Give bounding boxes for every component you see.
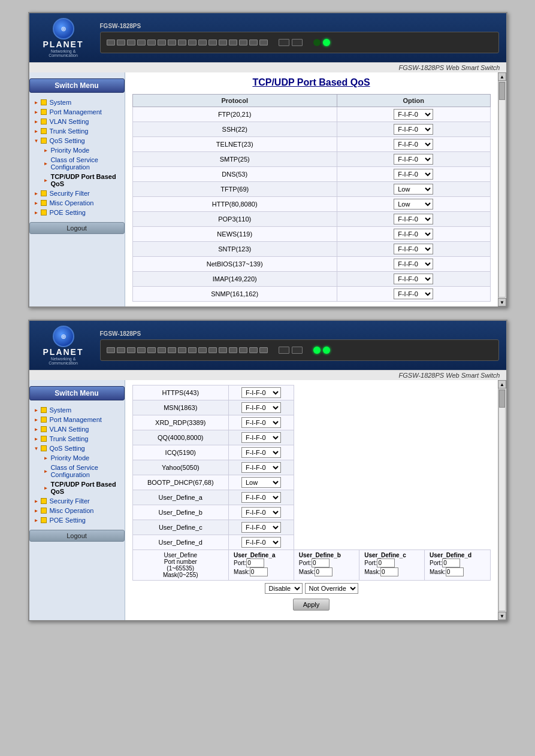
sidebar-item-security[interactable]: ► Security Filter (32, 189, 122, 198)
protocol-top-4-select[interactable]: F-I-F-0LowNormalMediumHigh (394, 169, 433, 180)
port-b-7 (168, 347, 176, 353)
sidebar-item-poe[interactable]: ► POE Setting (32, 208, 122, 217)
protocol-bot-1-select[interactable]: F-I-F-0LowNormalMediumHigh (241, 402, 281, 413)
option-cell[interactable]: F-I-F-0LowNormalMediumHigh (337, 227, 490, 242)
user-define-port-2[interactable] (377, 558, 395, 567)
option-cell[interactable]: F-I-F-0LowNormalMediumHigh (229, 430, 294, 445)
protocol-bot-5-select[interactable]: F-I-F-0LowNormalMediumHigh (241, 462, 281, 473)
protocol-top-1-select[interactable]: F-I-F-0LowNormalMediumHigh (394, 124, 433, 135)
logout-btn-top[interactable]: Logout (29, 222, 125, 234)
scroll-down-btn-b[interactable]: ▼ (498, 612, 506, 620)
port-b-2 (117, 347, 125, 353)
option-cell[interactable]: F-I-F-0LowNormalMediumHigh (337, 107, 490, 122)
protocol-bot-2-select[interactable]: F-I-F-0LowNormalMediumHigh (241, 417, 281, 428)
user-define-mask-1[interactable] (315, 567, 333, 576)
user-define-mask-0[interactable] (250, 567, 268, 576)
option-cell[interactable]: F-I-F-0LowNormalMediumHigh (337, 182, 490, 197)
sidebar-b-tcpudp[interactable]: ► TCP/UDP Port Based QoS (32, 479, 122, 496)
option-cell[interactable]: F-I-F-0LowNormalMediumHigh (337, 197, 490, 212)
protocol-top-2-select[interactable]: F-I-F-0LowNormalMediumHigh (394, 139, 433, 150)
option-cell[interactable]: F-I-F-0LowNormalMediumHigh (229, 535, 294, 550)
sidebar-b-poe[interactable]: ► POE Setting (32, 515, 122, 525)
user-define-port-1[interactable] (312, 558, 330, 567)
sidebar-item-qos[interactable]: ▼ QoS Setting (32, 136, 122, 145)
sidebar-b-port-mgmt[interactable]: ► Port Management (32, 415, 122, 424)
sidebar-item-vlan[interactable]: ► VLAN Setting (32, 117, 122, 126)
sidebar-item-trunk[interactable]: ► Trunk Setting (32, 126, 122, 136)
option-cell[interactable]: F-I-F-0LowNormalMediumHigh (229, 520, 294, 535)
user-define-mask-2[interactable] (380, 567, 398, 576)
port-b-12 (219, 347, 227, 353)
option-cell[interactable]: F-I-F-0LowNormalMediumHigh (337, 212, 490, 227)
option-cell[interactable]: F-I-F-0LowNormalMediumHigh (229, 400, 294, 415)
protocol-bot-0-select[interactable]: F-I-F-0LowNormalMediumHigh (241, 387, 281, 398)
protocol-name: TFTP(69) (132, 182, 337, 197)
sidebar-b-system[interactable]: ► System (32, 405, 122, 415)
logout-btn-bottom[interactable]: Logout (29, 530, 125, 542)
protocol-bot-4-select[interactable]: F-I-F-0LowNormalMediumHigh (241, 447, 281, 458)
protocol-top-0-select[interactable]: F-I-F-0LowNormalMediumHigh (394, 109, 433, 120)
option-cell[interactable]: F-I-F-0LowNormalMediumHigh (229, 460, 294, 475)
sidebar-subitem-priority[interactable]: ► Priority Mode (32, 145, 122, 155)
sidebar-b-cos[interactable]: ► Class of Service Configuration (32, 463, 122, 479)
sidebar-b-qos[interactable]: ▼ QoS Setting (32, 444, 122, 453)
folder-icon-b-vlan (41, 426, 47, 432)
protocol-top-10-select[interactable]: F-I-F-0LowNormalMediumHigh (394, 259, 433, 269)
sidebar-b-vlan[interactable]: ► VLAN Setting (32, 424, 122, 434)
option-cell[interactable]: F-I-F-0LowNormalMediumHigh (337, 122, 490, 137)
protocol-top-7-select[interactable]: F-I-F-0LowNormalMediumHigh (394, 214, 433, 224)
user-define-port-0[interactable] (246, 558, 264, 567)
user-define-port-3[interactable] (442, 558, 460, 567)
sidebar-b-priority[interactable]: ► Priority Mode (32, 453, 122, 463)
option-cell[interactable]: F-I-F-0LowNormalMediumHigh (229, 445, 294, 460)
scroll-up-btn-b[interactable]: ▲ (498, 380, 506, 388)
sub-arrow-icon: ► (44, 485, 49, 491)
sidebar-b-security[interactable]: ► Security Filter (32, 496, 122, 506)
protocol-top-11-select[interactable]: F-I-F-0LowNormalMediumHigh (394, 274, 433, 284)
sidebar-subitem-cos[interactable]: ► Class of Service Configuration (32, 155, 122, 172)
option-cell[interactable]: F-I-F-0LowNormalMediumHigh (229, 490, 294, 505)
not-override-select[interactable]: Not Override Override (305, 583, 358, 594)
protocol-bot-8-select[interactable]: F-I-F-0LowNormalMediumHigh (241, 507, 281, 518)
option-cell[interactable]: F-I-F-0LowNormalMediumHigh (229, 505, 294, 520)
option-cell[interactable]: F-I-F-0LowNormalMediumHigh (229, 415, 294, 430)
protocol-bot-9-select[interactable]: F-I-F-0LowNormalMediumHigh (241, 522, 281, 533)
protocol-bot-6-select[interactable]: F-I-F-0LowNormalMediumHigh (241, 477, 281, 488)
option-cell[interactable]: F-I-F-0LowNormalMediumHigh (337, 272, 490, 287)
option-cell[interactable]: F-I-F-0LowNormalMediumHigh (337, 137, 490, 152)
sidebar-item-port-mgmt[interactable]: ► Port Management (32, 107, 122, 117)
sidebar-sublabel-cos: Class of Service Configuration (50, 156, 119, 171)
protocol-top-5-select[interactable]: F-I-F-0LowNormalMediumHigh (394, 184, 433, 195)
scroll-up-btn[interactable]: ▲ (498, 72, 506, 81)
option-cell[interactable]: F-I-F-0LowNormalMediumHigh (337, 167, 490, 182)
user-define-mask-3[interactable] (446, 567, 464, 576)
apply-btn[interactable]: Apply (293, 599, 330, 611)
protocol-bot-10-select[interactable]: F-I-F-0LowNormalMediumHigh (241, 537, 281, 548)
sidebar-subitem-tcpudp[interactable]: ► TCP/UDP Port Based QoS (32, 172, 122, 189)
option-cell[interactable]: F-I-F-0LowNormalMediumHigh (229, 475, 294, 490)
sidebar-item-system[interactable]: ► System (32, 98, 122, 107)
protocol-bot-3-select[interactable]: F-I-F-0LowNormalMediumHigh (241, 432, 281, 443)
scrollbar-bottom[interactable]: ▲ ▼ (498, 380, 506, 620)
option-cell[interactable]: F-I-F-0LowNormalMediumHigh (337, 152, 490, 167)
scrollbar-top[interactable]: ▲ ▼ (498, 72, 506, 306)
protocol-top-6-select[interactable]: F-I-F-0LowNormalMediumHigh (394, 199, 433, 210)
protocol-top-9-select[interactable]: F-I-F-0LowNormalMediumHigh (394, 244, 433, 254)
sidebar-label-vlan: VLAN Setting (49, 118, 89, 125)
switch-menu-btn-top[interactable]: Switch Menu (29, 78, 125, 93)
sidebar-item-misc[interactable]: ► Misc Operation (32, 198, 122, 208)
disable-select[interactable]: Disable Enable (265, 583, 303, 594)
sidebar-b-trunk[interactable]: ► Trunk Setting (32, 434, 122, 444)
protocol-top-12-select[interactable]: F-I-F-0LowNormalMediumHigh (394, 289, 433, 299)
switch-menu-btn-bottom[interactable]: Switch Menu (29, 386, 125, 400)
sidebar-b-misc[interactable]: ► Misc Operation (32, 506, 122, 515)
col-header-option: Option (337, 95, 490, 107)
protocol-bot-7-select[interactable]: F-I-F-0LowNormalMediumHigh (241, 492, 281, 503)
option-cell[interactable]: F-I-F-0LowNormalMediumHigh (229, 385, 294, 400)
option-cell[interactable]: F-I-F-0LowNormalMediumHigh (337, 287, 490, 302)
option-cell[interactable]: F-I-F-0LowNormalMediumHigh (337, 257, 490, 272)
protocol-top-8-select[interactable]: F-I-F-0LowNormalMediumHigh (394, 229, 433, 239)
scroll-down-btn[interactable]: ▼ (498, 298, 506, 306)
protocol-top-3-select[interactable]: F-I-F-0LowNormalMediumHigh (394, 154, 433, 165)
option-cell[interactable]: F-I-F-0LowNormalMediumHigh (337, 242, 490, 257)
